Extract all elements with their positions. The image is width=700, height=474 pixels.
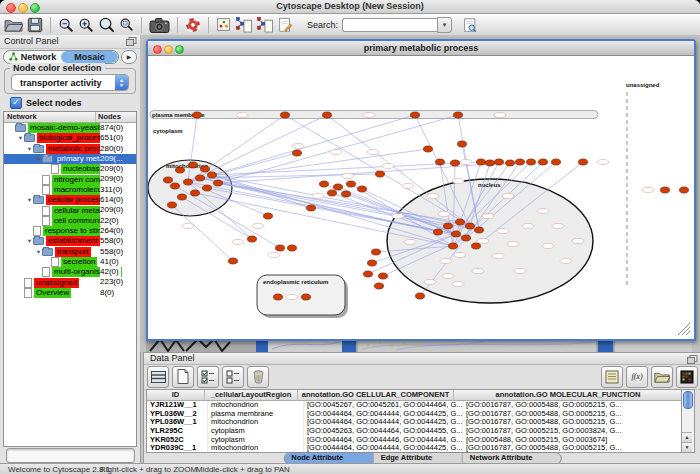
- select-attributes-icon[interactable]: [197, 366, 219, 388]
- chart-icon[interactable]: [216, 15, 231, 35]
- table-row[interactable]: YPL036W__2plasma membrane[GO:0044464, GO…: [147, 410, 681, 419]
- network-node[interactable]: [229, 258, 238, 264]
- network-node[interactable]: [436, 159, 445, 165]
- network-node[interactable]: [293, 150, 302, 156]
- network-node[interactable]: [201, 166, 210, 172]
- network-node[interactable]: [358, 186, 367, 192]
- network-merge-icon-2[interactable]: [256, 15, 273, 35]
- network-node[interactable]: [416, 293, 425, 299]
- network-node[interactable]: [411, 112, 420, 118]
- network-node[interactable]: [307, 205, 316, 211]
- network-node[interactable]: [452, 231, 461, 237]
- network-node[interactable]: [364, 271, 373, 277]
- network-node[interactable]: [203, 185, 212, 191]
- network-node[interactable]: [196, 175, 205, 181]
- zoom-out-icon[interactable]: [58, 15, 74, 35]
- network-node[interactable]: [320, 181, 329, 187]
- network-node[interactable]: [661, 187, 670, 193]
- tree-row[interactable]: response to stimulu264(0): [4, 226, 136, 236]
- table-row[interactable]: YLR295Ccytoplasm[GO:0045263, GO:0044464,…: [147, 427, 681, 436]
- network-node[interactable]: [451, 160, 460, 166]
- network-node[interactable]: [342, 191, 351, 197]
- network-merge-icon-1[interactable]: [235, 15, 252, 35]
- network-node[interactable]: [449, 243, 458, 249]
- network-node[interactable]: [444, 223, 453, 229]
- network-node[interactable]: [539, 159, 548, 165]
- network-node[interactable]: [495, 159, 504, 165]
- tab-mosaic[interactable]: Mosaic: [61, 51, 118, 63]
- network-node[interactable]: [264, 213, 273, 219]
- new-attribute-icon[interactable]: [172, 366, 194, 388]
- network-node[interactable]: [193, 112, 202, 118]
- network-node[interactable]: [379, 273, 388, 279]
- network-node[interactable]: [347, 181, 356, 187]
- network-node[interactable]: [368, 260, 377, 266]
- column-header-molecular-function[interactable]: annotation.GO MOLECULAR_FUNCTION: [454, 390, 682, 400]
- column-header-region[interactable]: _cellularLayoutRegion: [205, 390, 298, 400]
- search-options-icon[interactable]: [462, 15, 478, 35]
- tree-row[interactable]: ▼transport558(0): [4, 247, 136, 257]
- float-panel-icon[interactable]: [126, 37, 137, 50]
- search-dropdown-arrow-icon[interactable]: ▾: [437, 17, 452, 33]
- tree-row[interactable]: ▼cellular process614(0): [4, 195, 136, 205]
- network-node[interactable]: [486, 160, 495, 166]
- tree-row[interactable]: cellular metabo209(0): [4, 205, 136, 215]
- zoom-selected-icon[interactable]: [119, 15, 134, 35]
- network-node[interactable]: [462, 235, 471, 241]
- network-node[interactable]: [466, 223, 475, 229]
- network-node[interactable]: [376, 171, 385, 177]
- open-file-icon[interactable]: [4, 15, 23, 35]
- network-node[interactable]: [168, 202, 177, 208]
- scrollbar-thumb[interactable]: [683, 391, 693, 409]
- network-node[interactable]: [372, 249, 381, 255]
- scroll-up-icon[interactable]: ▲: [682, 432, 692, 442]
- network-node[interactable]: [434, 229, 443, 235]
- matrix-icon[interactable]: [676, 366, 698, 388]
- network-canvas[interactable]: plasma membrane cytoplasm mitochondrion …: [148, 56, 690, 335]
- network-node[interactable]: [552, 159, 561, 165]
- zoom-fit-icon[interactable]: [98, 15, 115, 35]
- tree-row[interactable]: ▼metabolic process280(0): [4, 144, 136, 154]
- search-input[interactable]: [342, 18, 437, 32]
- tree-header-nodes[interactable]: Nodes: [96, 112, 136, 122]
- tree-row[interactable]: ▼establishment of lo558(0): [4, 236, 136, 246]
- tree-row[interactable]: secretion41(0): [4, 257, 136, 267]
- network-node[interactable]: [208, 172, 217, 178]
- network-node[interactable]: [189, 162, 198, 168]
- network-node[interactable]: [456, 219, 465, 225]
- delete-attribute-icon[interactable]: [247, 366, 269, 388]
- import-attributes-icon[interactable]: [651, 366, 673, 388]
- tree-header-network[interactable]: Network: [4, 112, 96, 122]
- tree-row[interactable]: nucleobase-c209(0): [4, 164, 136, 174]
- network-node[interactable]: [184, 179, 193, 185]
- network-node[interactable]: [454, 112, 463, 118]
- function-builder-icon[interactable]: f(x): [626, 366, 648, 388]
- network-node[interactable]: [328, 190, 337, 196]
- network-node[interactable]: [477, 159, 486, 165]
- tree-row[interactable]: mosaic-demo-yeast874(0): [4, 123, 136, 133]
- column-header-cellular-component[interactable]: annotation.GO CELLULAR_COMPONENT: [298, 390, 454, 400]
- more-tabs-button[interactable]: ▶: [121, 50, 137, 64]
- network-node[interactable]: [191, 190, 200, 196]
- network-node[interactable]: [164, 177, 173, 183]
- tree-row[interactable]: ▼biological_process651(0): [4, 133, 136, 143]
- network-node[interactable]: [472, 243, 481, 249]
- expander-icon[interactable]: ▼: [26, 195, 33, 205]
- tab-network[interactable]: Network: [4, 51, 61, 63]
- region-nucleus[interactable]: nucleus: [387, 179, 593, 303]
- network-node[interactable]: [288, 245, 297, 251]
- network-node[interactable]: [281, 112, 290, 118]
- help-icon[interactable]: [185, 15, 201, 35]
- table-row[interactable]: YKR052Ccytoplasm[GO:0044464, GO:0044446,…: [147, 436, 681, 445]
- tree-row[interactable]: macromolecule311(0): [4, 185, 136, 195]
- scroll-down-icon[interactable]: ▼: [682, 442, 692, 452]
- tree-row[interactable]: Overview8(0): [4, 288, 136, 298]
- network-view-titlebar[interactable]: primary metabolic process: [148, 41, 694, 56]
- tree-row[interactable]: cell communicat22(0): [4, 216, 136, 226]
- unselect-attributes-icon[interactable]: [222, 366, 244, 388]
- annotation-icon[interactable]: [277, 15, 293, 35]
- network-view-window[interactable]: primary metabolic process plasma membran…: [146, 39, 696, 341]
- zoom-in-icon[interactable]: [78, 15, 94, 35]
- save-icon[interactable]: [27, 15, 43, 35]
- network-node[interactable]: [527, 159, 536, 165]
